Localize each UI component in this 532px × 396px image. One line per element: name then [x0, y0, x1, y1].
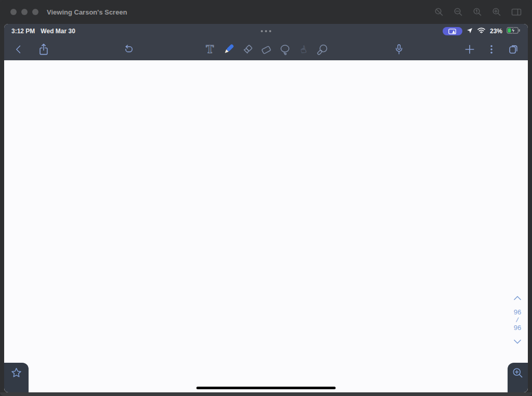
window-bottom-edge — [0, 392, 532, 396]
undo-button[interactable] — [122, 43, 134, 56]
eraser-tool-button[interactable] — [260, 43, 272, 56]
screen-sharing-indicator[interactable] — [443, 27, 462, 35]
window-title: Viewing Carson's Screen — [47, 8, 127, 16]
highlighter-icon — [242, 44, 254, 56]
vertical-ellipsis-icon — [486, 44, 497, 55]
zoom-tool-button[interactable] — [508, 363, 528, 392]
lasso-tool-button[interactable] — [278, 43, 291, 56]
app-toolbar: T — [4, 38, 528, 60]
lasso-icon — [279, 44, 291, 56]
multitask-indicator-icon[interactable] — [261, 30, 271, 32]
favorites-toolbar-button[interactable] — [4, 363, 29, 392]
undo-icon — [123, 44, 134, 55]
zoom-window-button[interactable] — [32, 9, 38, 15]
location-services-icon — [467, 28, 473, 35]
pointing-hand-icon: ☝ — [299, 44, 308, 55]
zoom-actual-size-icon[interactable] — [473, 7, 482, 17]
minimize-window-button[interactable] — [21, 9, 28, 15]
page-navigator: 96 / 96 — [510, 296, 525, 344]
pages-icon — [508, 44, 519, 55]
more-options-button[interactable] — [485, 43, 498, 56]
zoom-in-icon[interactable] — [492, 7, 501, 17]
home-indicator[interactable] — [196, 387, 336, 389]
total-page-number: 96 — [510, 324, 525, 332]
star-icon — [10, 367, 22, 379]
chevron-left-icon — [14, 44, 24, 55]
back-button[interactable] — [12, 43, 25, 56]
laser-pointer-tool-button[interactable] — [316, 43, 328, 56]
current-page-number: 96 — [510, 308, 525, 316]
microphone-icon — [394, 44, 404, 56]
display-icon[interactable] — [511, 7, 522, 17]
window-titlebar: Viewing Carson's Screen — [0, 0, 532, 24]
wifi-icon — [477, 27, 486, 35]
chevron-up-icon[interactable] — [513, 296, 522, 300]
highlighter-tool-button[interactable] — [241, 43, 254, 56]
magnifier-plus-icon — [512, 367, 524, 379]
chevron-down-icon[interactable] — [513, 339, 522, 344]
status-date: Wed Mar 30 — [41, 28, 75, 35]
page-separator: / — [516, 316, 519, 323]
ipad-status-bar: 3:12 PM Wed Mar 30 — [4, 24, 528, 38]
laser-pointer-icon — [316, 44, 328, 56]
screen-share-icon — [448, 29, 456, 34]
status-time: 3:12 PM — [11, 28, 35, 35]
pages-overview-button[interactable] — [507, 43, 520, 56]
text-tool-button[interactable]: T — [204, 43, 216, 56]
eraser-icon — [260, 44, 272, 56]
pen-tool-button-selected[interactable] — [222, 43, 235, 56]
mirrored-ipad-screen: 3:12 PM Wed Mar 30 — [4, 24, 528, 392]
traffic-lights — [10, 9, 38, 15]
share-icon — [38, 43, 49, 56]
note-canvas[interactable]: 96 / 96 — [4, 60, 528, 392]
close-window-button[interactable] — [10, 9, 17, 15]
zoom-disabled-icon[interactable] — [434, 7, 444, 17]
add-page-button[interactable] — [463, 43, 476, 56]
pen-icon — [222, 43, 235, 56]
zoom-out-icon[interactable] — [454, 7, 463, 17]
text-tool-icon: T — [206, 44, 214, 55]
pointer-tool-button[interactable]: ☝ — [297, 43, 310, 56]
battery-percent: 23% — [490, 28, 502, 35]
plus-icon — [464, 44, 475, 55]
record-audio-button[interactable] — [393, 43, 405, 56]
share-button[interactable] — [37, 43, 50, 56]
battery-charging-icon — [507, 27, 521, 35]
